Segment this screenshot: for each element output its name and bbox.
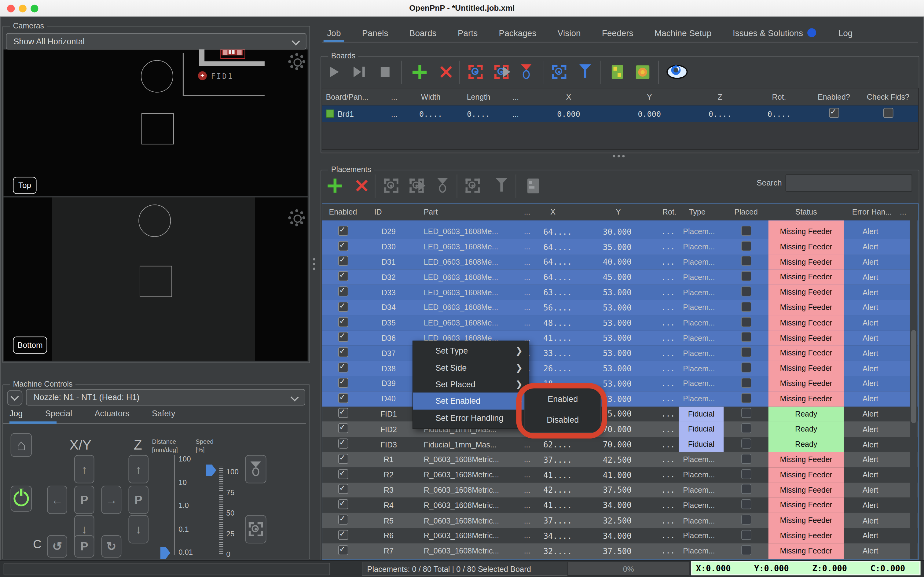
table-row[interactable]: D34 LED_0603_1608Me... ... 56.... 53.000…: [322, 300, 918, 315]
jog-x-minus-button[interactable]: ←: [47, 486, 67, 514]
enabled-checkbox[interactable]: [338, 347, 348, 357]
enabled-checkbox[interactable]: [338, 469, 348, 479]
add-board-button[interactable]: [410, 62, 428, 82]
enabled-checkbox[interactable]: [338, 408, 348, 418]
enabled-checkbox[interactable]: [338, 317, 348, 327]
bottom-camera-view[interactable]: Bottom: [4, 197, 308, 361]
distance-slider-track[interactable]: [174, 455, 175, 555]
machine-tab[interactable]: Jog: [10, 408, 23, 418]
enabled-checkbox[interactable]: [338, 393, 348, 403]
scrollbar-thumb[interactable]: [911, 330, 916, 423]
placed-checkbox[interactable]: [741, 408, 751, 418]
main-tab[interactable]: Machine Setup: [655, 24, 712, 42]
placed-checkbox[interactable]: [741, 286, 751, 297]
enabled-checkbox[interactable]: [338, 286, 348, 297]
placed-checkbox[interactable]: [741, 271, 751, 282]
enabled-checkbox[interactable]: [338, 363, 348, 372]
placed-checkbox[interactable]: [741, 484, 751, 494]
context-menu-item[interactable]: Set Side ❯: [413, 359, 529, 376]
position-camera-placement-button[interactable]: [464, 176, 481, 196]
col-header[interactable]: X: [543, 208, 602, 216]
col-header[interactable]: ...: [897, 208, 909, 216]
capture-camera-location-button[interactable]: [467, 62, 484, 82]
enabled-checkbox[interactable]: [338, 301, 348, 312]
vertical-scrollbar[interactable]: [910, 205, 918, 559]
context-menu-item[interactable]: Set Enabled ❯: [413, 393, 529, 409]
nozzle-collapse-button[interactable]: [7, 390, 22, 406]
speed-slider-ruler[interactable]: [219, 466, 223, 555]
main-tab[interactable]: Log: [839, 24, 853, 42]
table-row[interactable]: D32 LED_0603_1608Me... ... 64.... 45.000…: [322, 269, 918, 285]
table-row[interactable]: FID3 Fiducial_1mm_Mas... ... 62.... 70.0…: [322, 437, 918, 452]
col-header[interactable]: Z: [691, 92, 750, 101]
jog-z-minus-button[interactable]: ↓: [128, 515, 148, 544]
main-tab[interactable]: Panels: [362, 24, 388, 42]
table-row[interactable]: R3 R_0603_1608Metric... ... 42.... 37.50…: [322, 483, 918, 498]
table-row[interactable]: D40 LED_0603_1608Me... ... 11.... 53.000…: [322, 391, 918, 406]
placed-checkbox[interactable]: [741, 454, 751, 464]
capture-tool-location-button[interactable]: [493, 62, 510, 82]
table-row[interactable]: D29 LED_0603_1608Me... ... 64.... 30.000…: [322, 224, 918, 239]
placed-checkbox[interactable]: [741, 515, 751, 525]
remove-board-button[interactable]: [437, 62, 454, 82]
table-row[interactable]: R4 R_0603_1608Metric... ... 41.... 34.00…: [322, 498, 918, 513]
jog-z-plus-button[interactable]: ↑: [128, 455, 148, 484]
placed-checkbox[interactable]: [741, 363, 751, 372]
placed-checkbox[interactable]: [741, 469, 751, 479]
placed-checkbox[interactable]: [741, 378, 751, 388]
placed-checkbox[interactable]: [741, 438, 751, 449]
col-header[interactable]: ID: [364, 208, 414, 216]
job-stop-button[interactable]: [376, 62, 394, 82]
enabled-checkbox[interactable]: [338, 484, 348, 494]
placed-checkbox[interactable]: [741, 423, 751, 434]
placed-checkbox[interactable]: [741, 226, 751, 235]
main-tab[interactable]: Job: [327, 24, 341, 42]
placed-checkbox[interactable]: [741, 347, 751, 357]
enabled-checkbox[interactable]: [338, 378, 348, 388]
job-step-button[interactable]: [350, 62, 368, 82]
main-tab[interactable]: Issues & Solutions: [733, 24, 803, 42]
main-tab[interactable]: Parts: [458, 24, 478, 42]
main-tab[interactable]: Boards: [409, 24, 437, 42]
col-header[interactable]: Enabled: [322, 208, 364, 216]
enabled-checkbox[interactable]: [338, 241, 348, 251]
col-header[interactable]: Enabled?: [808, 92, 859, 101]
col-header[interactable]: ...: [502, 92, 529, 101]
table-row[interactable]: R2 R_0603_1608Metric... ... 41.... 41.00…: [322, 467, 918, 483]
placed-checkbox[interactable]: [741, 530, 751, 540]
jog-x-plus-button[interactable]: →: [101, 486, 122, 514]
col-header[interactable]: Length: [455, 92, 502, 101]
position-tool-location-button[interactable]: [517, 62, 535, 82]
rotate-ccw-button[interactable]: ↺: [47, 535, 67, 558]
placed-checkbox[interactable]: [741, 500, 751, 509]
context-menu-item[interactable]: Set Placed ❯: [413, 376, 529, 393]
placed-checkbox[interactable]: [741, 317, 751, 327]
placed-checkbox[interactable]: [741, 241, 751, 251]
table-row[interactable]: D38 LED_0603_1608Me... ... 26.... 53.000…: [322, 361, 918, 376]
top-camera-view[interactable]: + FID1 Top: [4, 50, 308, 196]
position-tool-placement-button[interactable]: [434, 176, 451, 196]
position-camera-button[interactable]: [245, 515, 266, 544]
placed-checkbox[interactable]: [741, 301, 751, 312]
position-tool-board-button[interactable]: [576, 62, 594, 82]
table-row[interactable]: D36 LED_0603_1608Me... ... 41.... 53.000…: [322, 330, 918, 346]
two-placements-button[interactable]: [608, 62, 626, 82]
position-tool-button[interactable]: [245, 455, 266, 484]
table-row[interactable]: R7 R_0603_1608Metric... ... 32.... 37.50…: [322, 543, 918, 559]
table-row[interactable]: R5 R_0603_1608Metric... ... 37.... 32.50…: [322, 513, 918, 528]
position-camera-board-button[interactable]: [550, 62, 568, 82]
section-splitter-handle[interactable]: [613, 155, 625, 157]
table-row[interactable]: R6 R_0603_1608Metric... ... 34.... 34.00…: [322, 528, 918, 543]
table-row[interactable]: FID2 Fiducial_1mm_Mas... ... 8.... 70.00…: [322, 422, 918, 437]
table-row[interactable]: R1 R_0603_1608Metric... ... 37.... 42.50…: [322, 452, 918, 467]
col-header[interactable]: Y: [608, 92, 691, 101]
park-xy-button[interactable]: P: [74, 486, 94, 514]
search-input[interactable]: [786, 174, 913, 192]
camera-select[interactable]: Show All Horizontal: [6, 33, 306, 50]
enabled-checkbox[interactable]: [338, 515, 348, 525]
park-c-button[interactable]: P: [74, 535, 94, 558]
boards-table-row[interactable]: Brd1 ... 0.... 0.... ... 0.000 0.000 0..…: [322, 105, 918, 122]
table-row[interactable]: D39 LED_0603_1608Me... ... 18.... 53.000…: [322, 376, 918, 391]
enabled-checkbox[interactable]: [338, 271, 348, 282]
enabled-checkbox[interactable]: [338, 530, 348, 540]
